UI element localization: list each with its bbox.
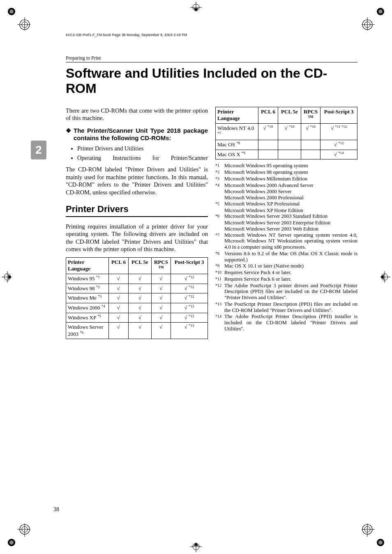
section-subheading: Printer Drivers [66,203,208,217]
th-postscript: Post-Script 3 [171,257,208,274]
reg-mark-bottom-right [362,524,385,547]
intro-paragraph: There are two CD-ROMs that come with the… [66,107,208,122]
th-rpcs: RPCSTM [151,257,171,274]
table-row: Mac OS X *9√ *14 [216,150,357,159]
diamond-icon: ❖ [66,127,71,143]
svg-point-11 [378,9,383,14]
reg-mark-right-center [380,269,392,285]
footnote: *11Requires Service Pack 6 or later. [215,276,357,282]
footnote: *2Microsoft Windows 98 operating system [215,169,357,175]
reg-mark-left-center [0,269,12,285]
page-title: Software and Utilities Included on the C… [66,66,357,96]
footnote: *6Microsoft Windows Server 2003 Standard… [215,213,357,219]
table-row: Windows 95 *1√√√√ *12 [66,274,208,284]
th-pcl5e: PCL 5e [129,257,151,274]
th-postscript: Post-Script 3 [321,107,357,123]
footnote: *4Microsoft Windows 2000 Advanced Server [215,182,357,189]
footnote-cont: Microsoft Windows 2000 Professional [224,195,357,201]
svg-point-17 [9,540,14,545]
footnote-cont: Microsoft Windows Server 2003 Enterprise… [224,220,357,226]
footnote: *9Mac OS X 10.1 or later (Native mode) [215,263,357,269]
footnote: *8Versions 8.6 to 9.2 of the Mac OS (Mac… [215,251,357,263]
footnote: *5Microsoft Windows XP Professional [215,201,357,207]
table-row: Windows Me *3√√√√ *12 [66,293,208,303]
package-heading-text: The Printer/Scanner Unit Type 2018 packa… [74,127,208,143]
list-item: Printer Drivers and Utilities [77,145,208,152]
package-list: Printer Drivers and Utilities Operating … [77,145,208,162]
page-number: 38 [53,506,59,513]
footnote: *12The Adobe PostScript 3 printer driver… [215,283,357,301]
svg-point-23 [378,540,383,545]
svg-point-5 [9,9,14,14]
footnote: *1Microsoft Windows 95 operating system [215,163,357,169]
th-printer-language: Printer Language [66,257,109,274]
drivers-intro-paragraph: Printing requires installation of a prin… [66,223,208,253]
list-item: Operating Instructions for Printer/Scann… [77,154,208,162]
printer-language-table-left: Printer Language PCL 6 PCL 5e RPCSTM Pos… [66,257,208,339]
table-row: Mac OS *8√ *12 [216,140,357,150]
package-heading: ❖ The Printer/Scanner Unit Type 2018 pac… [66,127,208,143]
reg-mark-top-left [7,7,30,30]
th-printer-language: Printer Language [216,107,258,123]
table-row: Windows NT 4.0 *7√ *10√ *10√ *10√ *11 *1… [216,123,357,140]
footnote-cont: Microsoft Windows Server 2003 Web Editio… [224,226,357,232]
footnotes: *1Microsoft Windows 95 operating system … [215,163,357,332]
reg-mark-top-center [188,0,204,12]
table-row: Windows 2000 *4√√√√ *13 [66,303,208,313]
footnote: *3Microsoft Windows Millennium Edition [215,176,357,182]
th-rpcs: RPCSTM [301,107,321,123]
reg-mark-bottom-center [188,542,204,554]
footnote: *7Microsoft Windows NT Server operating … [215,232,357,250]
th-pcl5e: PCL 5e [278,107,301,123]
footnote: *14The Adobe PostScript Printer Descript… [215,314,357,332]
printer-language-table-right: Printer Language PCL 6 PCL 5e RPCSTM Pos… [215,107,357,160]
footnote-cont: Microsoft Windows XP Home Edition [224,208,357,214]
reg-mark-bottom-left [7,524,30,547]
running-header: Preparing to Print [66,55,357,62]
footnote: *10Requires Service Pack 4 or later. [215,270,357,276]
footnote-cont: Microsoft Windows 2000 Server [224,189,357,195]
chapter-tab: 2 [31,141,46,159]
th-pcl6: PCL 6 [108,257,129,274]
reg-mark-top-right [362,7,385,30]
table-row: Windows 98 *2√√√√ *12 [66,284,208,293]
table-row: Windows XP *5√√√√ *13 [66,313,208,323]
th-pcl6: PCL 6 [258,107,278,123]
footnote: *13The PostScript Printer Description (P… [215,301,357,314]
body-paragraph: The CD-ROM labeled "Printer Drivers and … [66,166,208,196]
book-source-stamp: KirC2-GB-Pref1-F_FM.book Page 38 Monday,… [66,33,357,37]
table-row: Windows Server 2003 *6√√√√ *13 [66,323,208,339]
